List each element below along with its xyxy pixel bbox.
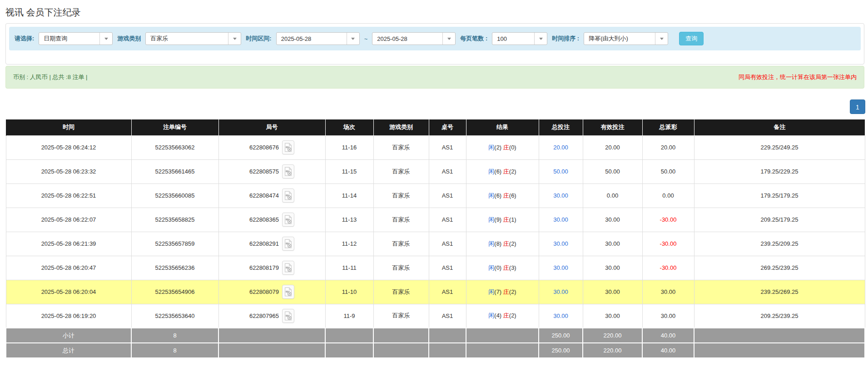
video-replay-button[interactable] bbox=[282, 261, 294, 275]
caret-box bbox=[655, 33, 668, 45]
grand-total-empty-cell bbox=[466, 343, 539, 358]
result-player-label: 闲 bbox=[488, 288, 494, 295]
page-title: 视讯 会员下注纪录 bbox=[5, 6, 865, 19]
video-replay-button[interactable] bbox=[282, 285, 294, 299]
query-type-select[interactable]: 日期查询 bbox=[39, 32, 113, 45]
subtotal-empty-cell bbox=[694, 328, 865, 343]
video-replay-button[interactable] bbox=[282, 309, 294, 323]
video-replay-button[interactable] bbox=[282, 237, 294, 251]
valid-bet-notice: 同局有效投注，统一计算在该局第一张注单内 bbox=[739, 73, 857, 81]
video-file-icon bbox=[284, 287, 293, 297]
cell-result: 闲(8) 庄(2) bbox=[466, 232, 539, 256]
cell-time: 2025-05-28 06:22:07 bbox=[6, 208, 131, 232]
page-root: 视讯 会员下注纪录 请选择: 日期查询 游戏类别 百家乐 时间区间: 2025-… bbox=[0, 6, 868, 358]
table-row: 2025-05-28 06:19:20522535653640622807965… bbox=[6, 304, 865, 328]
per-page-value: 100 bbox=[492, 35, 534, 42]
cell-bet-number: 522535657859 bbox=[131, 232, 218, 256]
filter-panel: 请选择: 日期查询 游戏类别 百家乐 时间区间: 2025-05-28 ~ 20… bbox=[5, 23, 864, 64]
per-page-select[interactable]: 100 bbox=[492, 32, 547, 45]
round-number-text: 622808291 bbox=[249, 240, 279, 247]
date-from-select[interactable]: 2025-05-28 bbox=[276, 32, 360, 45]
video-replay-button[interactable] bbox=[282, 140, 294, 154]
cell-game-type: 百家乐 bbox=[373, 280, 429, 304]
table-row: 2025-05-28 06:23:32522535661465622808575… bbox=[6, 159, 865, 184]
query-type-value: 日期查询 bbox=[39, 35, 99, 43]
cell-remark: 209.25/179.25 bbox=[694, 208, 865, 232]
cell-round-number: 622808079 bbox=[218, 280, 325, 304]
cell-session: 11-10 bbox=[325, 280, 373, 304]
column-header-4: 游戏类别 bbox=[373, 119, 429, 135]
cell-session: 11-14 bbox=[325, 184, 373, 208]
cell-time: 2025-05-28 06:20:04 bbox=[6, 280, 131, 304]
cell-result: 闲(0) 庄(3) bbox=[466, 256, 539, 280]
video-file-icon bbox=[284, 191, 293, 200]
search-button[interactable]: 查询 bbox=[679, 32, 704, 45]
cell-total-bet-link[interactable]: 30.00 bbox=[539, 304, 583, 328]
subtotal-payout: 40.00 bbox=[642, 328, 694, 343]
caret-box bbox=[347, 33, 359, 45]
cell-bet-number: 522535663062 bbox=[131, 135, 218, 159]
cell-session: 11-13 bbox=[325, 208, 373, 232]
result-player-label: 闲 bbox=[488, 216, 494, 223]
cell-round-number: 622808365 bbox=[218, 208, 325, 232]
table-header: 时间注单编号局号场次游戏类别桌号结果总投注有效投注总派彩备注 bbox=[6, 119, 865, 135]
cell-total-bet-link[interactable]: 30.00 bbox=[539, 232, 583, 256]
cell-payout: -30.00 bbox=[642, 232, 694, 256]
date-to-select[interactable]: 2025-05-28 bbox=[372, 32, 456, 45]
caret-down-icon bbox=[351, 38, 355, 40]
column-header-5: 桌号 bbox=[429, 119, 466, 135]
subtotal-valid-bet: 220.00 bbox=[583, 328, 642, 343]
sort-select[interactable]: 降幂(由大到小) bbox=[584, 32, 668, 45]
cell-total-bet-link[interactable]: 30.00 bbox=[539, 256, 583, 280]
subtotal-empty-cell bbox=[466, 328, 539, 343]
cell-total-bet-link[interactable]: 30.00 bbox=[539, 280, 583, 304]
per-page-label: 每页笔数 : bbox=[460, 35, 487, 43]
result-banker-label: 庄 bbox=[503, 312, 509, 319]
bet-records-table: 时间注单编号局号场次游戏类别桌号结果总投注有效投注总派彩备注 2025-05-2… bbox=[5, 119, 865, 358]
video-file-icon bbox=[284, 143, 293, 152]
cell-result: 闲(6) 庄(2) bbox=[466, 159, 539, 184]
cell-time: 2025-05-28 06:23:32 bbox=[6, 159, 131, 184]
cell-result: 闲(2) 庄(0) bbox=[466, 135, 539, 159]
cell-remark: 209.25/239.25 bbox=[694, 304, 865, 328]
result-banker-label: 庄 bbox=[503, 288, 509, 295]
cell-payout: 20.00 bbox=[642, 135, 694, 159]
caret-down-icon bbox=[104, 38, 108, 40]
cell-payout: -30.00 bbox=[642, 208, 694, 232]
caret-box bbox=[99, 33, 112, 45]
date-to-value: 2025-05-28 bbox=[372, 35, 442, 42]
grand-total-empty-cell bbox=[373, 343, 429, 358]
cell-time: 2025-05-28 06:21:39 bbox=[6, 232, 131, 256]
video-file-icon bbox=[284, 311, 293, 321]
grand-total-empty-cell bbox=[325, 343, 373, 358]
table-row: 2025-05-28 06:24:12522535663062622808676… bbox=[6, 135, 865, 159]
date-from-value: 2025-05-28 bbox=[277, 35, 347, 42]
page-button-1[interactable]: 1 bbox=[850, 99, 865, 114]
cell-session: 11-11 bbox=[325, 256, 373, 280]
video-replay-button[interactable] bbox=[282, 164, 294, 179]
cell-total-bet-link[interactable]: 30.00 bbox=[539, 208, 583, 232]
cell-total-bet-link[interactable]: 50.00 bbox=[539, 159, 583, 184]
cell-total-bet-link[interactable]: 20.00 bbox=[539, 135, 583, 159]
cell-valid-bet: 20.00 bbox=[583, 135, 642, 159]
video-file-icon bbox=[284, 167, 293, 176]
game-type-select[interactable]: 百家乐 bbox=[145, 32, 241, 45]
round-number-text: 622808474 bbox=[249, 192, 279, 199]
cell-table-number: AS1 bbox=[429, 159, 466, 184]
filter-bar: 请选择: 日期查询 游戏类别 百家乐 时间区间: 2025-05-28 ~ 20… bbox=[9, 27, 861, 50]
video-replay-button[interactable] bbox=[282, 213, 294, 227]
cell-game-type: 百家乐 bbox=[373, 256, 429, 280]
cell-valid-bet: 30.00 bbox=[583, 232, 642, 256]
cell-remark: 269.25/239.25 bbox=[694, 256, 865, 280]
cell-bet-number: 522535656236 bbox=[131, 256, 218, 280]
caret-down-icon bbox=[539, 38, 543, 40]
cell-table-number: AS1 bbox=[429, 232, 466, 256]
result-banker-label: 庄 bbox=[503, 144, 509, 151]
table-row: 2025-05-28 06:22:51522535660085622808474… bbox=[6, 184, 865, 208]
result-banker-label: 庄 bbox=[503, 192, 509, 199]
table-row: 2025-05-28 06:20:04522535654906622808079… bbox=[6, 280, 865, 304]
cell-total-bet-link[interactable]: 30.00 bbox=[539, 184, 583, 208]
subtotal-count: 8 bbox=[131, 328, 218, 343]
video-replay-button[interactable] bbox=[282, 188, 294, 203]
column-header-1: 注单编号 bbox=[131, 119, 218, 135]
